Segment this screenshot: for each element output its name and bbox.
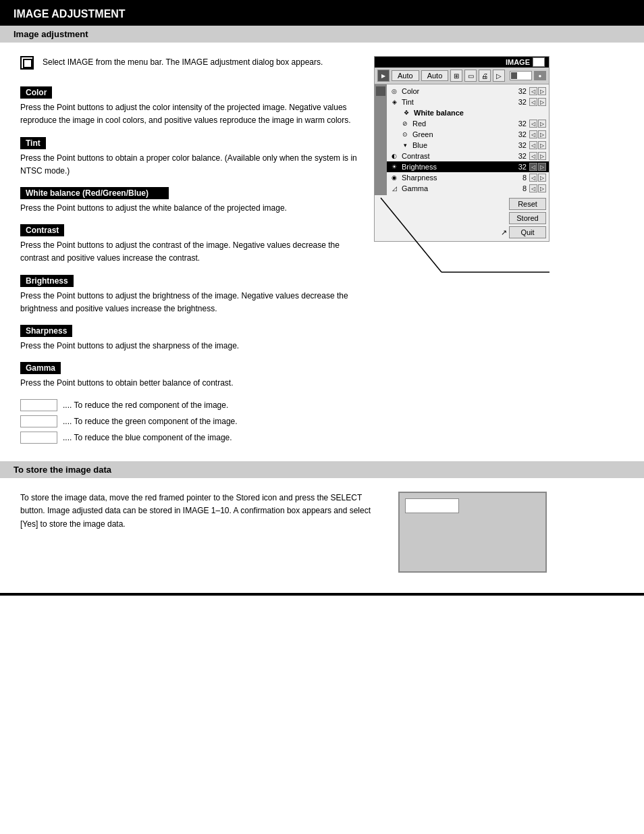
color-label: Color [20,86,52,99]
image-icon [20,56,34,70]
gamma-section: Gamma Press the Point buttons to obtain … [20,362,360,390]
image-panel: IMAGE ▶ Auto Auto ⊞ ▭ 🖨 ▷ [374,56,549,242]
tint-row-arrows: ◁ ▷ [529,98,546,106]
list-item: .... To reduce the green component of th… [20,415,360,427]
sharpness-row-arrows: ◁ ▷ [529,174,546,182]
bottom-right-panel [398,492,567,573]
tint-row-value: 32 [510,98,527,106]
legend-dots-2: .... To reduce the green component of th… [63,417,238,426]
intro-section: Select IMAGE from the menu bar. The IMAG… [20,56,360,78]
main-content: Select IMAGE from the menu bar. The IMAG… [0,43,644,461]
brightness-row-label: Brightness [402,163,508,171]
sharpness-right-arrow[interactable]: ▷ [538,174,546,182]
wb-section: White balance (Red/Green/Blue) Press the… [20,187,360,215]
stored-button[interactable]: Stored [509,212,546,224]
green-row-label: Green [412,130,508,138]
red-right-arrow[interactable]: ▷ [538,120,546,128]
header-title: IMAGE ADJUSTMENT [14,8,126,20]
sharpness-row: ◉ Sharpness 8 ◁ ▷ [387,172,549,183]
blue-row-value: 32 [510,141,527,149]
color-left-arrow[interactable]: ◁ [529,87,537,95]
strip-icon [376,86,385,96]
gamma-row: ◿ Gamma 8 ◁ ▷ [387,183,549,194]
intro-text: Select IMAGE from the menu bar. The IMAG… [43,56,323,69]
gamma-label: Gamma [20,362,61,374]
legend-box-1 [20,399,57,411]
panel-left-cam-icon: ▶ [377,70,390,82]
green-left-arrow[interactable]: ◁ [529,130,537,138]
gamma-para: Press the Point buttons to obtain better… [20,377,360,390]
panel-left-strip [375,84,387,195]
tint-right-arrow[interactable]: ▷ [538,98,546,106]
sharpness-left-arrow[interactable]: ◁ [529,174,537,182]
tint-left-arrow[interactable]: ◁ [529,98,537,106]
blue-left-arrow[interactable]: ◁ [529,141,537,149]
toolbar-icon-3[interactable]: 🖨 [479,70,491,82]
gamma-right-arrow[interactable]: ▷ [538,184,546,192]
green-row-icon: ⊙ [400,130,410,139]
sharpness-row-label: Sharpness [402,174,508,182]
toolbar-icon-4[interactable]: ▷ [493,70,505,82]
blue-row-icon: ▾ [400,140,410,150]
green-row-arrows: ◁ ▷ [529,130,546,138]
brightness-right-arrow[interactable]: ▷ [538,163,546,171]
quit-arrow-icon: ↗ [501,228,507,237]
sharpness-para: Press the Point buttons to adjust the sh… [20,340,360,353]
color-row-arrows: ◁ ▷ [529,87,546,95]
green-row-value: 32 [510,130,527,138]
toolbar-icon-1[interactable]: ⊞ [450,70,462,82]
wb-label: White balance (Red/Green/Blue) [20,187,169,199]
section-bar-2: To store the image data [0,461,644,478]
sharpness-label: Sharpness [20,325,72,337]
gamma-row-arrows: ◁ ▷ [529,184,546,192]
green-right-arrow[interactable]: ▷ [538,130,546,138]
tint-label: Tint [20,137,46,149]
brightness-left-arrow[interactable]: ◁ [529,163,537,171]
left-column: Select IMAGE from the menu bar. The IMAG… [20,56,360,448]
legend-section: .... To reduce the red component of the … [20,399,360,444]
white-balance-header: ❖ White balance [387,107,549,118]
quit-button[interactable]: Quit [509,226,546,238]
contrast-left-arrow[interactable]: ◁ [529,152,537,160]
panel-title-bar: IMAGE [375,57,549,68]
brightness-row-value: 32 [510,163,527,171]
blue-row-label: Blue [412,141,508,149]
red-row-arrows: ◁ ▷ [529,120,546,128]
contrast-section: Contrast Press the Point buttons to adju… [20,224,360,265]
dialog-input[interactable] [405,498,459,513]
panel-toolbar: ▶ Auto Auto ⊞ ▭ 🖨 ▷ ● [375,68,549,84]
brightness-label: Brightness [20,275,74,287]
gamma-left-arrow[interactable]: ◁ [529,184,537,192]
red-row: ⊘ Red 32 ◁ ▷ [387,118,549,129]
bottom-para: To store the image data, move the red fr… [20,492,378,531]
sharpness-row-icon: ◉ [390,173,399,182]
strip-icon [376,99,385,105]
reset-button[interactable]: Reset [509,198,546,210]
wb-row-icon: ❖ [402,108,411,118]
toolbar-auto-btn-1[interactable]: Auto [392,70,419,81]
brightness-row-arrows: ◁ ▷ [529,163,546,171]
blue-right-arrow[interactable]: ▷ [538,141,546,149]
title-box [533,57,545,67]
red-row-value: 32 [510,120,527,128]
legend-box-2 [20,415,57,427]
action-buttons: Reset Stored ↗ Quit [375,195,549,241]
brightness-para: Press the Point buttons to adjust the br… [20,290,360,315]
gamma-row-icon: ◿ [390,184,399,193]
panel-body: ◎ Color 32 ◁ ▷ ◈ Tint 32 [375,84,549,195]
toolbar-icon-2[interactable]: ▭ [464,70,477,82]
contrast-right-arrow[interactable]: ▷ [538,152,546,160]
color-right-arrow[interactable]: ▷ [538,87,546,95]
menu-rows: ◎ Color 32 ◁ ▷ ◈ Tint 32 [387,84,549,195]
progress-bar [510,71,532,80]
right-column: IMAGE ▶ Auto Auto ⊞ ▭ 🖨 ▷ [374,56,624,448]
toolbar-auto-btn-2[interactable]: Auto [421,70,449,81]
list-item: .... To reduce the blue component of the… [20,432,360,444]
section-bar-1: Image adjustment [0,26,644,43]
red-left-arrow[interactable]: ◁ [529,120,537,128]
legend-box-3 [20,432,57,444]
color-row: ◎ Color 32 ◁ ▷ [387,86,549,97]
blue-row-arrows: ◁ ▷ [529,141,546,149]
contrast-para: Press the Point buttons to adjust the co… [20,239,360,265]
green-row: ⊙ Green 32 ◁ ▷ [387,129,549,140]
